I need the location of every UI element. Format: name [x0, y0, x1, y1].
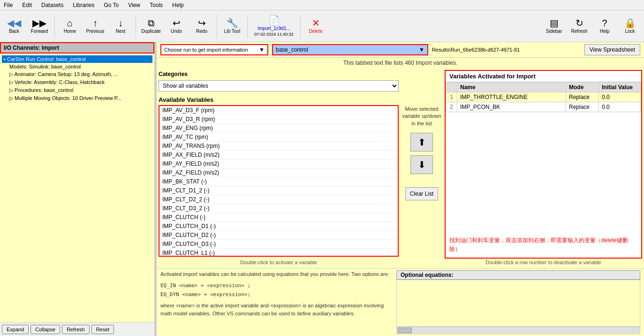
sep5 — [300, 15, 301, 38]
undo-button[interactable]: ↩ Undo — [164, 12, 189, 40]
toolbar-right: ▤ Sidebar ↻ Refresh ? Help 🔒 Lock — [542, 12, 642, 40]
sidebar-item-vehicle[interactable]: ▷ Vehicle: Assembly: C-Class, Hatchback — [8, 78, 152, 86]
categories-label: Categories — [159, 70, 399, 78]
var-item-2[interactable]: IMP_AV_ENG (rpm) — [159, 124, 398, 133]
info-text: This tabbed text file lists 460 Import v… — [157, 58, 644, 68]
dataset-arrow[interactable]: ▼ — [419, 46, 424, 53]
menu-libraries[interactable]: Libraries — [71, 2, 96, 8]
var-item-14[interactable]: IMP_CLUTCH_D2 (-) — [159, 231, 398, 240]
refresh-toolbar-label: Refresh — [571, 29, 587, 34]
previous-button[interactable]: ↑ Previous — [83, 12, 107, 40]
sidebar-tree: ▪ CarSim Run Control: base_control Model… — [2, 55, 152, 102]
dataset-dropdown[interactable]: base_control ▼ — [272, 44, 428, 55]
var-item-13[interactable]: IMP_CLUTCH_D1 (-) — [159, 222, 398, 231]
optional-equations-area[interactable] — [396, 280, 640, 327]
h-scrollbar-thumb[interactable] — [398, 328, 412, 333]
table-row-0[interactable]: 1 IMP_THROTTLE_ENGINE Replace 0.0 — [446, 92, 641, 102]
libtool-button[interactable]: 🔧 Lib Tool — [220, 12, 244, 40]
move-down-button[interactable]: ⬇ — [410, 155, 433, 174]
content-area: 选择dataset Choose run to get import infor… — [157, 42, 644, 336]
menu-datasets[interactable]: Datasets — [39, 2, 65, 8]
var-item-7[interactable]: IMP_AZ_FIELD (m/s2) — [159, 168, 398, 177]
delete-label: Delete — [309, 29, 323, 34]
categories-select[interactable]: Show all variables — [159, 81, 398, 91]
row-0-name: IMP_THROTTLE_ENGINE — [457, 92, 566, 102]
row-0-mode: Replace — [566, 92, 599, 102]
next-label: Next — [116, 29, 126, 34]
delete-button[interactable]: ✕ Delete — [303, 12, 328, 40]
sidebar-item-models[interactable]: Models: Simulink: base_control — [8, 63, 152, 70]
forward-label: Forward — [31, 29, 48, 34]
var-item-8[interactable]: IMP_BK_STAT (-) — [159, 177, 398, 186]
var-item-5[interactable]: IMP_AX_FIELD (m/s2) — [159, 151, 398, 160]
var-item-15[interactable]: IMP_CLUTCH_D3 (-) — [159, 240, 398, 249]
var-item-10[interactable]: IMP_CLT_D2_2 (-) — [159, 195, 398, 204]
categories-dropdown[interactable]: Show all variables — [159, 80, 399, 92]
menu-edit[interactable]: Edit — [20, 2, 34, 8]
var-item-1[interactable]: IMP_AV_D3_R (rpm) — [159, 115, 398, 124]
sep2 — [136, 15, 136, 38]
choose-run-arrow[interactable]: ▼ — [259, 46, 265, 53]
sidebar-item-animator[interactable]: ▷ Animator: Camera Setup: 13 deg. Azimut… — [8, 70, 152, 78]
var-item-9[interactable]: IMP_CLT_D1_2 (-) — [159, 186, 398, 195]
parsfile-button[interactable]: 📄 Import_1c9d1... 07-02-2024 11:40:32 — [250, 12, 297, 40]
undo-label: Undo — [171, 29, 182, 34]
var-item-3[interactable]: IMP_AV_TC (rpm) — [159, 133, 398, 142]
row-0-num[interactable]: 1 — [446, 92, 457, 102]
refresh-sidebar-button[interactable]: Refresh — [62, 325, 90, 334]
lock-button[interactable]: 🔒 Lock — [618, 12, 642, 40]
chinese-hint: 找到油门和刹车变量，双击添加到右侧，即需要输入的变量（delete键删除） — [446, 232, 641, 258]
help-label: Help — [600, 29, 610, 34]
left-panel: Categories Show all variables Available … — [157, 68, 401, 268]
double-click-deactivate: Double-click a row number to deactivate … — [445, 259, 642, 266]
table-row-1[interactable]: 2 IMP_PCON_BK Replace 0.0 — [446, 102, 641, 112]
parsfile-date: 07-02-2024 11:40:32 — [254, 32, 294, 37]
help-button[interactable]: ? Help — [592, 12, 617, 40]
right-panel: Variables Activated for Import Name Mode… — [443, 68, 644, 268]
home-button[interactable]: ⌂ Home — [58, 12, 82, 40]
row-1-num[interactable]: 2 — [446, 102, 457, 112]
sidebar-header: I/O Channels: Import — [0, 42, 154, 53]
choose-run-dropdown[interactable]: Choose run to get import information ▼ — [160, 44, 268, 55]
next-button[interactable]: ↓ Next — [108, 12, 133, 40]
menu-goto[interactable]: Go To — [102, 2, 121, 8]
activated-table-wrapper[interactable]: Name Mode Initial Value 1 IMP_THROTTLE_E… — [446, 82, 641, 232]
sidebar-item-carsim-run[interactable]: ▪ CarSim Run Control: base_control — [2, 55, 152, 63]
clear-list-button[interactable]: Clear List — [405, 187, 438, 200]
sep3 — [217, 15, 217, 38]
back-button[interactable]: ◀◀ Back — [2, 12, 26, 40]
redo-button[interactable]: ↪ Redo — [189, 12, 214, 40]
menu-view[interactable]: View — [126, 2, 142, 8]
choose-run-label: Choose run to get import information — [164, 47, 248, 53]
refresh-toolbar-button[interactable]: ↻ Refresh — [567, 12, 591, 40]
var-item-16[interactable]: IMP_CLUTCH_L1 (-) — [159, 249, 398, 257]
var-item-12[interactable]: IMP_CLUTCH (-) — [159, 213, 398, 222]
bottom-line1: Activated import variables can be calcul… — [160, 270, 393, 279]
reset-button[interactable]: Reset — [91, 325, 114, 334]
view-spreadsheet-button[interactable]: View Spreadsheet — [584, 44, 640, 55]
sidebar-item-mmo[interactable]: ▷ Multiple Moving Objects: 10 Driver Pre… — [8, 94, 152, 102]
expand-button[interactable]: Expand — [2, 325, 29, 334]
horizontal-scrollbar[interactable] — [396, 327, 640, 334]
var-item-4[interactable]: IMP_AV_TRANS (rpm) — [159, 142, 398, 151]
collapse-button[interactable]: Collapse — [30, 325, 60, 334]
var-item-6[interactable]: IMP_AY_FIELD (m/s2) — [159, 160, 398, 168]
move-up-button[interactable]: ⬆ — [410, 133, 433, 152]
var-item-0[interactable]: IMP_AV_D3_F (rpm) — [159, 106, 398, 115]
col-value: Initial Value — [599, 83, 641, 92]
lock-label: Lock — [625, 29, 635, 34]
menu-file[interactable]: File — [2, 2, 15, 8]
home-label: Home — [64, 29, 76, 34]
sidebar-button[interactable]: ▤ Sidebar — [542, 12, 566, 40]
next-icon: ↓ — [118, 18, 123, 28]
forward-button[interactable]: ▶▶ Forward — [27, 12, 52, 40]
bottom-text: Activated import variables can be calcul… — [160, 270, 393, 334]
available-variables-list[interactable]: IMP_AV_D3_F (rpm) IMP_AV_D3_R (rpm) IMP_… — [159, 105, 399, 257]
var-item-11[interactable]: IMP_CLT_D3_2 (-) — [159, 204, 398, 213]
sidebar-tree-scroll[interactable]: ▪ CarSim Run Control: base_control Model… — [0, 53, 154, 322]
menu-tools[interactable]: Tools — [148, 2, 165, 8]
double-click-hint: Double-click to activate a variable — [159, 259, 399, 266]
menu-help[interactable]: Help — [170, 2, 186, 8]
duplicate-button[interactable]: ⧉ Duplicate — [139, 12, 163, 40]
sidebar-item-procedures[interactable]: ▷ Procedures: base_control — [8, 86, 152, 94]
